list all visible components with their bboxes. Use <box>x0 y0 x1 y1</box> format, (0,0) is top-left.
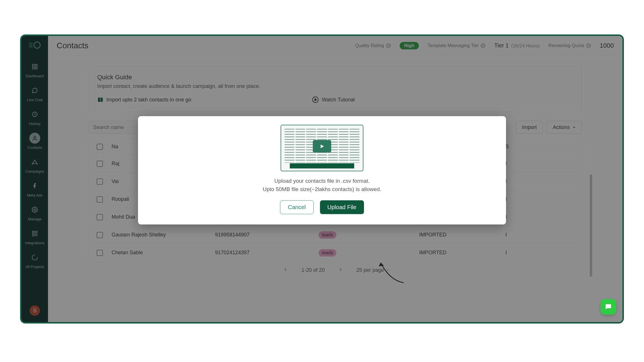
play-icon <box>313 140 331 153</box>
app-window: Dashboard Live Chat History Contacts Cam… <box>20 34 624 324</box>
upload-modal: Upload your contacts file in .csv format… <box>138 116 506 224</box>
svg-marker-18 <box>321 145 324 148</box>
upload-file-button[interactable]: Upload File <box>320 200 364 214</box>
modal-description: Upload your contacts file in .csv format… <box>263 177 381 193</box>
cancel-button[interactable]: Cancel <box>280 200 313 214</box>
tutorial-video-thumb[interactable] <box>281 125 363 171</box>
chat-fab[interactable] <box>601 299 616 315</box>
chat-bubble-icon <box>604 303 612 311</box>
